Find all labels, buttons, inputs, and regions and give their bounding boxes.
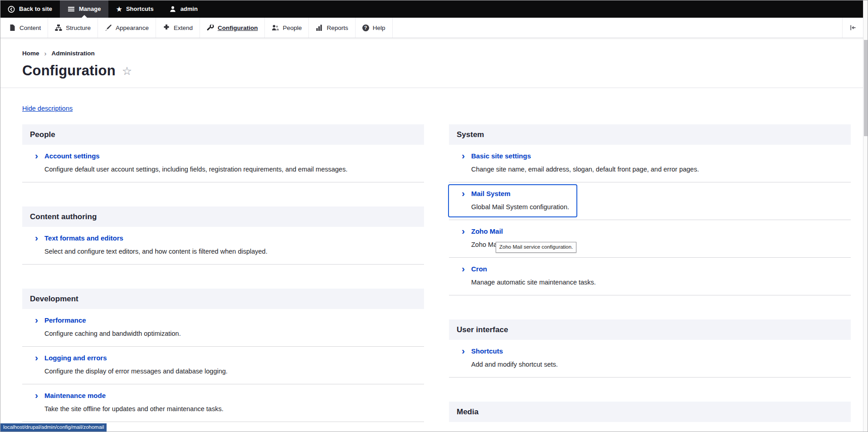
structure-icon — [55, 24, 62, 31]
link-shortcuts[interactable]: › Shortcuts Add and modify shortcut sets… — [449, 343, 565, 374]
status-bar-url: localhost/drupal/admin/config/mail/zohom… — [0, 423, 107, 432]
section-development: Development › Performance Configure cach… — [22, 289, 424, 422]
paintbrush-icon — [105, 24, 112, 31]
wrench-icon — [207, 24, 214, 31]
back-to-site-label: Back to site — [19, 5, 52, 12]
list-item: › Cron Manage automatic site maintenance… — [449, 260, 851, 295]
collapse-left-icon — [849, 24, 857, 31]
item-title: Mail System — [471, 190, 569, 198]
user-icon — [169, 5, 176, 13]
link-logging-and-errors[interactable]: › Logging and errors Configure the displ… — [22, 349, 235, 381]
menu-item-label: Content — [20, 25, 41, 31]
item-title: Basic site settings — [471, 152, 699, 160]
menu-item-label: Help — [373, 25, 385, 31]
breadcrumb-home-link[interactable]: Home — [22, 50, 39, 57]
item-description: Configure caching and bandwidth optimiza… — [44, 330, 181, 338]
chevron-right-icon: › — [462, 188, 465, 198]
section-title: Media — [449, 402, 851, 422]
admin-user-button[interactable]: admin — [161, 0, 205, 18]
chevron-right-icon: › — [462, 226, 465, 236]
link-cron[interactable]: › Cron Manage automatic site maintenance… — [449, 260, 603, 292]
breadcrumb: Home › Administration — [22, 50, 846, 57]
menu-item-configuration[interactable]: Configuration — [200, 18, 265, 38]
manage-tab[interactable]: Manage — [60, 0, 108, 18]
list-item: › Performance Configure caching and band… — [22, 312, 424, 347]
item-title: Text formats and editors — [44, 234, 268, 242]
item-description: Configure default user account settings,… — [44, 166, 347, 173]
menu-item-label: Appearance — [116, 25, 149, 31]
item-title: Cron — [471, 265, 596, 273]
section-title: Development — [22, 289, 424, 309]
bar-chart-icon — [316, 24, 323, 31]
link-basic-site-settings[interactable]: › Basic site settings Change site name, … — [449, 147, 706, 179]
manage-label: Manage — [79, 5, 101, 12]
menu-item-help[interactable]: ? Help — [356, 18, 393, 38]
item-description: Take the site offline for updates and ot… — [44, 405, 224, 413]
list-item: › Logging and errors Configure the displ… — [22, 349, 424, 384]
item-title: Logging and errors — [44, 354, 228, 362]
left-column: People › Account settings Configure defa… — [22, 124, 424, 432]
menu-item-people[interactable]: People — [265, 18, 309, 38]
list-item: › Shortcuts Add and modify shortcut sets… — [449, 343, 851, 378]
section-people: People › Account settings Configure defa… — [22, 124, 424, 182]
section-title: Content authoring — [22, 206, 424, 227]
admin-menu-bar: Content Structure Appearance Extend Conf… — [0, 18, 868, 38]
list-item: › Text formats and editors Select and co… — [22, 230, 424, 265]
scrollbar[interactable] — [863, 0, 868, 432]
shortcuts-label: Shortcuts — [126, 5, 154, 12]
page-header: Home › Administration Configuration ☆ — [0, 38, 868, 88]
back-circle-icon — [8, 5, 15, 13]
star-icon: ★ — [116, 6, 122, 12]
item-title: Shortcuts — [471, 347, 558, 355]
help-icon: ? — [362, 25, 369, 31]
main-content: Hide descriptions People › Account setti… — [0, 88, 868, 432]
menu-item-structure[interactable]: Structure — [48, 18, 98, 38]
chevron-right-icon: › — [35, 233, 38, 243]
item-description: Configure the display of error messages … — [44, 368, 228, 375]
chevron-right-icon: › — [462, 151, 465, 161]
section-title: User interface — [449, 319, 851, 340]
menu-item-label: Structure — [66, 25, 91, 31]
chevron-right-icon: › — [35, 390, 38, 400]
hide-descriptions-link[interactable]: Hide descriptions — [22, 105, 73, 112]
menu-item-appearance[interactable]: Appearance — [98, 18, 156, 38]
chevron-right-icon: › — [462, 346, 465, 356]
section-content-authoring: Content authoring › Text formats and edi… — [22, 206, 424, 265]
chevron-right-icon: › — [462, 264, 465, 274]
menu-item-label: Configuration — [218, 25, 258, 31]
item-title: Account settings — [44, 152, 347, 160]
people-icon — [272, 24, 279, 31]
hamburger-menu-icon — [68, 5, 75, 13]
admin-toolbar: Back to site Manage ★ Shortcuts admin — [0, 0, 868, 18]
item-description: Change site name, email address, slogan,… — [471, 166, 699, 173]
menu-item-extend[interactable]: Extend — [156, 18, 200, 38]
link-text-formats-and-editors[interactable]: › Text formats and editors Select and co… — [22, 230, 275, 261]
item-title: Zoho Mail — [471, 227, 564, 236]
section-title: People — [22, 124, 424, 145]
item-title: Maintenance mode — [44, 392, 224, 400]
item-description: Select and configure text editors, and h… — [44, 248, 268, 255]
link-maintenance-mode[interactable]: › Maintenance mode Take the site offline… — [22, 387, 231, 418]
chevron-right-icon: › — [35, 353, 38, 363]
list-item: › Account settings Configure default use… — [22, 147, 424, 182]
menu-item-label: People — [283, 25, 302, 31]
item-description: Global Mail System configuration. — [471, 203, 569, 211]
menu-item-content[interactable]: Content — [2, 18, 48, 38]
puzzle-icon — [163, 24, 170, 31]
link-performance[interactable]: › Performance Configure caching and band… — [22, 312, 188, 343]
menu-item-reports[interactable]: Reports — [309, 18, 355, 38]
section-system: System › Basic site settings Change site… — [449, 124, 851, 295]
favorite-star-icon[interactable]: ☆ — [122, 65, 132, 77]
menu-item-label: Extend — [174, 25, 193, 31]
list-item: › Basic site settings Change site name, … — [449, 147, 851, 182]
link-account-settings[interactable]: › Account settings Configure default use… — [22, 147, 355, 179]
item-description: Add and modify shortcut sets. — [471, 361, 558, 368]
scrollbar-thumb[interactable] — [864, 40, 868, 136]
toolbar-orientation-toggle-button[interactable] — [842, 18, 863, 38]
shortcuts-tab[interactable]: ★ Shortcuts — [108, 0, 161, 18]
breadcrumb-current[interactable]: Administration — [52, 50, 95, 57]
item-description: Manage automatic site maintenance tasks. — [471, 279, 596, 286]
back-to-site-button[interactable]: Back to site — [0, 0, 60, 18]
link-mail-system[interactable]: › Mail System Global Mail System configu… — [449, 185, 576, 216]
section-media: Media — [449, 402, 851, 422]
